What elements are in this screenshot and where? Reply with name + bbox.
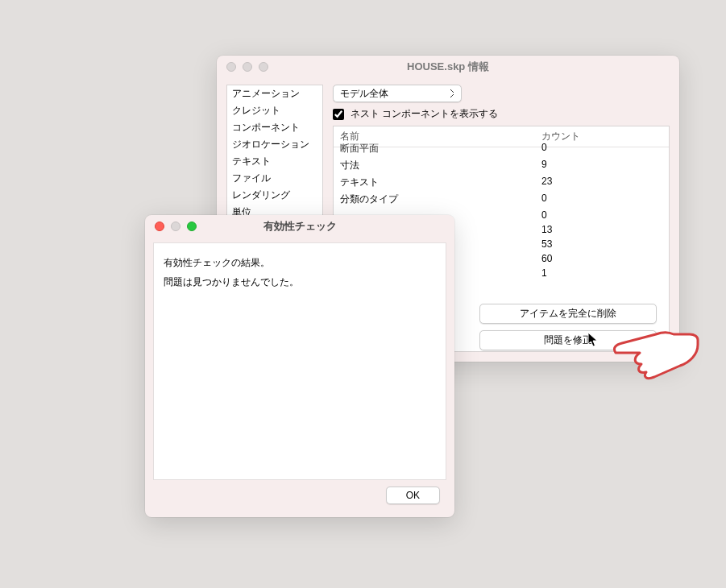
close-icon[interactable] (226, 62, 236, 72)
titlebar-main[interactable]: HOUSE.skp 情報 (217, 56, 679, 78)
window-title: HOUSE.skp 情報 (226, 60, 670, 74)
scope-select-value: モデル全体 (340, 87, 388, 101)
nested-components-checkbox[interactable] (333, 109, 344, 120)
dialog-body: 有効性チェックの結果。 問題は見つかりませんでした。 (153, 242, 446, 480)
dialog-line2: 問題は見つかりませんでした。 (164, 272, 436, 292)
sidebar-item-animation[interactable]: アニメーション (227, 85, 322, 102)
sidebar-item-file[interactable]: ファイル (227, 170, 322, 187)
table-row[interactable]: テキスト23 (334, 174, 669, 191)
close-icon[interactable] (155, 222, 164, 231)
sidebar-item-text[interactable]: テキスト (227, 153, 322, 170)
scope-select[interactable]: モデル全体 (333, 85, 462, 102)
table-row[interactable]: 分類のタイプ0 (334, 191, 669, 208)
table-row[interactable]: 断面平面0 (334, 140, 669, 157)
sidebar-item-components[interactable]: コンポーネント (227, 119, 322, 136)
dialog-line1: 有効性チェックの結果。 (164, 253, 436, 272)
sidebar-item-geolocation[interactable]: ジオロケーション (227, 136, 322, 153)
minimize-icon[interactable] (243, 62, 252, 72)
maximize-icon[interactable] (187, 222, 197, 231)
minimize-icon[interactable] (171, 222, 180, 231)
ok-button[interactable]: OK (386, 487, 440, 504)
nested-components-label: ネスト コンポーネントを表示する (351, 107, 498, 121)
pointing-hand-icon (609, 321, 706, 387)
mouse-cursor-icon (587, 332, 600, 348)
dialog-title: 有効性チェック (155, 219, 445, 234)
titlebar-dialog[interactable]: 有効性チェック (145, 215, 454, 238)
sidebar-item-rendering[interactable]: レンダリング (227, 187, 322, 204)
maximize-icon[interactable] (259, 62, 268, 72)
table-row[interactable]: 寸法9 (334, 157, 669, 174)
sidebar-item-credits[interactable]: クレジット (227, 102, 322, 119)
validity-check-dialog: 有効性チェック 有効性チェックの結果。 問題は見つかりませんでした。 OK (145, 215, 454, 517)
